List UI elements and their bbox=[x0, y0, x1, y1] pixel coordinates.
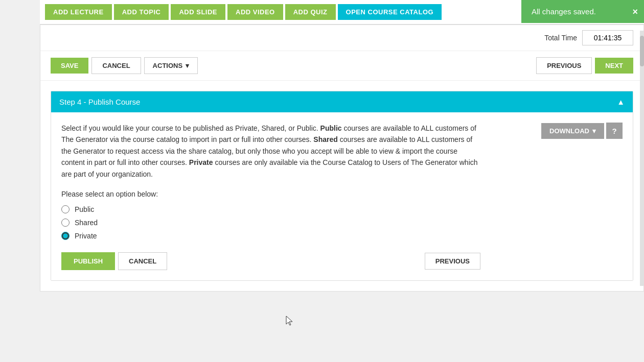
download-dropdown-icon: ▾ bbox=[592, 127, 596, 135]
save-button[interactable]: SAVE bbox=[51, 58, 88, 74]
please-select-text: Please select an option below: bbox=[61, 190, 480, 198]
action-bar-right: PREVIOUS NEXT bbox=[536, 57, 633, 74]
add-slide-button[interactable]: ADD SLIDE bbox=[171, 4, 225, 20]
total-time-label: Total Time bbox=[544, 34, 577, 42]
radio-private[interactable] bbox=[61, 232, 70, 240]
toast-notification: All changes saved. × bbox=[521, 0, 644, 23]
option-private[interactable]: Private bbox=[61, 232, 480, 240]
step-header-title: Step 4 - Publish Course bbox=[59, 98, 140, 106]
collapse-icon[interactable]: ▲ bbox=[617, 98, 625, 106]
bottom-right: PREVIOUS bbox=[425, 253, 480, 270]
bottom-previous-button[interactable]: PREVIOUS bbox=[425, 253, 480, 270]
top-bar: Total Time bbox=[40, 25, 643, 51]
top-next-button[interactable]: NEXT bbox=[595, 58, 633, 74]
radio-shared[interactable] bbox=[61, 219, 70, 227]
actions-dropdown-icon: ▾ bbox=[186, 62, 189, 69]
bottom-action-bar: PUBLISH CANCEL PREVIOUS bbox=[61, 252, 480, 270]
step-body: Select if you would like your course to … bbox=[51, 112, 633, 280]
add-video-button[interactable]: ADD VIDEO bbox=[227, 4, 283, 20]
action-bar-left: SAVE CANCEL ACTIONS ▾ bbox=[51, 57, 198, 74]
add-lecture-button[interactable]: ADD LECTURE bbox=[45, 4, 112, 20]
cursor bbox=[285, 315, 295, 327]
download-area: DOWNLOAD ▾ ? bbox=[541, 123, 623, 139]
toast-message: All changes saved. bbox=[532, 7, 596, 16]
radio-public[interactable] bbox=[61, 205, 70, 213]
option-shared-label: Shared bbox=[75, 219, 98, 227]
download-label: DOWNLOAD bbox=[549, 127, 589, 135]
add-quiz-button[interactable]: ADD QUIZ bbox=[285, 4, 336, 20]
cancel-button[interactable]: CANCEL bbox=[91, 57, 141, 74]
step-description: Select if you would like your course to … bbox=[61, 123, 480, 180]
scroll-thumb[interactable] bbox=[640, 36, 644, 66]
actions-button[interactable]: ACTIONS ▾ bbox=[144, 57, 198, 74]
open-course-catalog-button[interactable]: OPEN COURSE CATALOG bbox=[338, 4, 442, 20]
step-header: Step 4 - Publish Course ▲ bbox=[51, 91, 633, 112]
bottom-cancel-button[interactable]: CANCEL bbox=[118, 252, 167, 270]
add-topic-button[interactable]: ADD TOPIC bbox=[114, 4, 169, 20]
top-previous-button[interactable]: PREVIOUS bbox=[536, 57, 592, 74]
total-time-input[interactable] bbox=[582, 30, 633, 45]
radio-group: Public Shared Private bbox=[61, 205, 480, 240]
toast-close-button[interactable]: × bbox=[632, 6, 638, 17]
option-public[interactable]: Public bbox=[61, 205, 480, 213]
option-public-label: Public bbox=[75, 205, 94, 213]
option-shared[interactable]: Shared bbox=[61, 219, 480, 227]
publish-button[interactable]: PUBLISH bbox=[61, 252, 115, 270]
download-button[interactable]: DOWNLOAD ▾ bbox=[541, 123, 604, 139]
option-private-label: Private bbox=[75, 232, 97, 240]
step-section: Step 4 - Publish Course ▲ Select if you … bbox=[51, 91, 633, 281]
scrollbar[interactable] bbox=[640, 31, 644, 286]
content-area: Total Time SAVE CANCEL ACTIONS ▾ PREVIOU… bbox=[40, 25, 644, 292]
actions-label: ACTIONS bbox=[153, 62, 183, 69]
action-bar: SAVE CANCEL ACTIONS ▾ PREVIOUS NEXT bbox=[40, 51, 643, 81]
bottom-left: PUBLISH CANCEL bbox=[61, 252, 167, 270]
help-button[interactable]: ? bbox=[606, 123, 623, 139]
